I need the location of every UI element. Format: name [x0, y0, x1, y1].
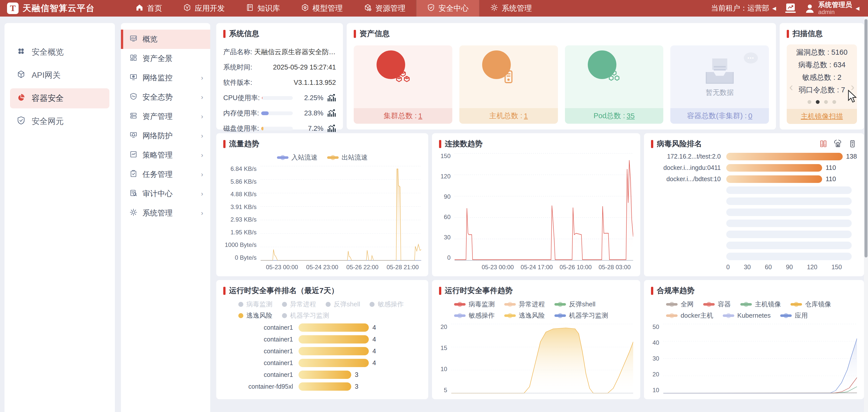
legend-item[interactable]: 敏感操作 — [454, 311, 495, 320]
ranking-row: container14 — [223, 347, 421, 355]
legend-item[interactable]: 逃逸风险 — [504, 311, 545, 320]
submenu-item-6[interactable]: 网络防护› — [121, 126, 210, 146]
submenu-item-9[interactable]: 审计中心› — [121, 184, 210, 204]
legend-item[interactable]: 敏感操作 — [370, 300, 404, 308]
legend-item[interactable]: 反弹shell — [554, 300, 595, 308]
scrollbar-thumb[interactable] — [865, 19, 868, 258]
ranking-bar[interactable] — [726, 175, 822, 183]
carousel-dot-1[interactable] — [808, 100, 811, 104]
carousel-dot-4[interactable] — [832, 100, 836, 104]
submenu-item-label: 策略管理 — [143, 150, 173, 160]
submenu-item-10[interactable]: 系统管理› — [121, 204, 210, 223]
carousel-prev-icon[interactable]: ‹ — [789, 81, 793, 93]
ranking-bar[interactable] — [299, 347, 369, 355]
submenu-item-1[interactable]: 概览 — [121, 30, 210, 49]
legend-marker-icon — [554, 303, 566, 305]
legend-item[interactable]: 全网 — [666, 300, 694, 308]
topnav-item-7[interactable]: 系统管理 — [480, 0, 542, 17]
legend-item[interactable]: 病毒监测 — [238, 300, 273, 308]
submenu-item-2[interactable]: 资产全景 — [121, 49, 210, 68]
ranking-row-empty — [651, 242, 857, 249]
y-tick-label: 1000 Byte/s — [225, 241, 257, 248]
asset-count-link[interactable]: 35 — [627, 112, 635, 120]
legend-item[interactable]: docker主机 — [666, 311, 713, 320]
ranking-value: 3 — [355, 383, 358, 390]
legend-item[interactable]: 病毒监测 — [454, 300, 495, 308]
submenu-item-3[interactable]: 网络监控› — [121, 68, 210, 88]
submenu-item-8[interactable]: 任务管理› — [121, 165, 210, 184]
legend-item[interactable]: 仓库镜像 — [790, 300, 831, 308]
topnav-item-3[interactable]: 知识库 — [235, 0, 290, 17]
usage-label: 磁盘使用率: — [223, 124, 259, 133]
legend-item[interactable]: 机器学习监测 — [282, 311, 329, 320]
ranking-bar[interactable] — [299, 371, 351, 379]
topnav-item-label: 系统管理 — [502, 3, 532, 13]
host-view-icon[interactable] — [848, 140, 857, 149]
ranking-bar[interactable] — [726, 153, 843, 160]
topnav-item-4[interactable]: 模型管理 — [290, 0, 353, 17]
sidebar-item-4[interactable]: 安全网元 — [10, 111, 110, 131]
sidebar-item-2[interactable]: API网关 — [10, 65, 110, 85]
host-image-scan-link[interactable]: 主机镜像扫描 — [801, 112, 843, 121]
usage-history-chart-icon[interactable] — [328, 109, 336, 117]
ranking-bar-area: 4 — [299, 335, 421, 344]
legend-item[interactable]: 出站流速 — [327, 153, 368, 162]
plot-zone: 1501209060300 — [439, 152, 633, 261]
topnav-item-label: 模型管理 — [313, 3, 343, 13]
user-menu[interactable]: 系统管理员 admin ◀ — [805, 1, 860, 15]
asset-card-footer: 集群总数 :1 — [354, 108, 452, 124]
legend-item[interactable]: Kubernetes — [723, 311, 771, 320]
ranking-bar-area — [726, 186, 857, 194]
legend-item[interactable]: 容器 — [703, 300, 731, 308]
legend-item[interactable]: 入站流速 — [277, 153, 318, 162]
sidebar-item-3[interactable]: 容器安全 — [10, 88, 110, 109]
y-tick-label: 150 — [440, 152, 451, 159]
ranking-bar[interactable] — [299, 335, 369, 344]
asset-card-body — [354, 46, 452, 108]
container-view-icon[interactable] — [819, 140, 827, 149]
topnav-item-2[interactable]: 应用开发 — [173, 0, 235, 17]
tenant-selector[interactable]: 当前租户：运营部 ◀ — [711, 3, 776, 13]
carousel-dot-3[interactable] — [824, 100, 828, 104]
submenu-item-7[interactable]: 策略管理› — [121, 146, 210, 165]
sidebar-item-1[interactable]: 安全概览 — [10, 42, 110, 62]
legend-item[interactable]: 主机镜像 — [740, 300, 781, 308]
usage-history-chart-icon[interactable] — [328, 124, 336, 133]
submenu-item-4[interactable]: 安全态势› — [121, 88, 210, 107]
topnav-item-5[interactable]: 资源管理 — [353, 0, 416, 17]
asset-count-link[interactable]: 1 — [524, 112, 528, 120]
ranking-row: container13 — [223, 371, 421, 379]
submenu-item-5[interactable]: 资产管理› — [121, 107, 210, 126]
ranking-bar[interactable] — [299, 382, 351, 391]
usage-history-chart-icon[interactable] — [328, 94, 336, 102]
asset-card-3: Pod总数 :35 — [565, 46, 663, 124]
ranking-bar[interactable] — [726, 164, 822, 172]
topnav-item-6[interactable]: 安全中心 — [416, 0, 480, 17]
page-scrollbar[interactable] — [864, 17, 868, 412]
topnav-item-1[interactable]: 首页 — [125, 0, 173, 17]
legend-item[interactable]: 异常进程 — [282, 300, 316, 308]
legend-item[interactable]: 异常进程 — [504, 300, 545, 308]
ranking-label: container1 — [223, 348, 299, 355]
asset-count-link[interactable]: 1 — [418, 112, 422, 120]
ranking-row-empty — [651, 186, 857, 194]
y-axis: 1501209060300 — [439, 152, 455, 261]
legend-marker-icon — [790, 303, 802, 305]
legend-item[interactable]: 应用 — [780, 311, 808, 320]
scan-stat-line: 漏洞总数 : 5160 — [787, 48, 857, 57]
chart-plot — [455, 152, 633, 261]
chart-legend: 入站流速出站流速 — [223, 153, 421, 162]
carousel-dot-2[interactable] — [816, 100, 819, 104]
ranking-bar-placeholder — [726, 208, 852, 216]
legend-item[interactable]: 逃逸风险 — [238, 311, 273, 320]
legend-item[interactable]: 机器学习监测 — [554, 311, 608, 320]
ranking-bar[interactable] — [299, 323, 369, 332]
net-monitor-icon — [129, 73, 137, 83]
asset-donut-chart — [482, 51, 535, 103]
registry-view-icon[interactable] — [834, 140, 842, 149]
monitor-chart-icon[interactable] — [785, 3, 796, 13]
ranking-bar[interactable] — [299, 359, 369, 367]
topnav-item-label: 安全中心 — [438, 3, 469, 13]
asset-count-link[interactable]: 0 — [748, 112, 752, 120]
legend-item[interactable]: 反弹shell — [326, 300, 360, 308]
